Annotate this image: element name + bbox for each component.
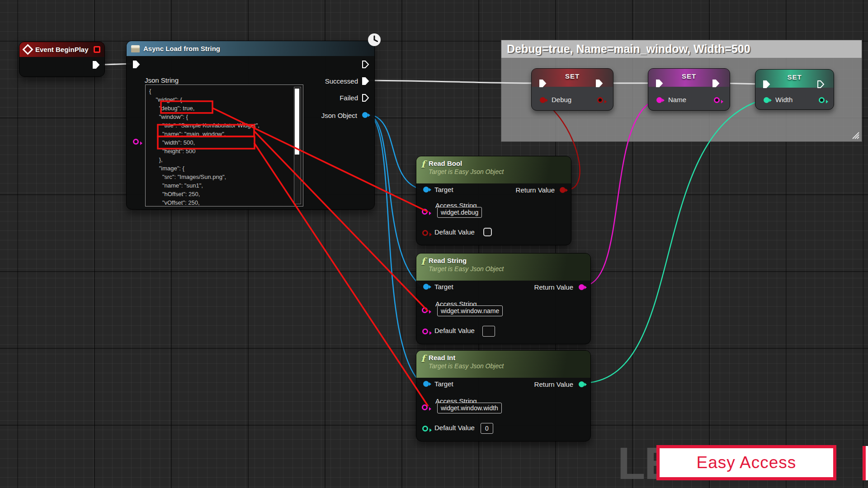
wire-int-setwidth — [580, 100, 762, 383]
read-bool-title: Read Bool — [429, 160, 504, 168]
default-value-pin[interactable] — [422, 230, 428, 236]
target-label: Target — [434, 283, 453, 291]
json-scrollbar[interactable] — [294, 87, 301, 204]
exec-in-pin[interactable] — [539, 80, 547, 87]
return-value-pin[interactable] — [560, 187, 566, 193]
blueprint-graph-canvas[interactable]: LE Debug=true, Name=main_window, Width=5… — [0, 0, 868, 488]
target-label: Target — [434, 186, 453, 193]
json-object-pin[interactable] — [362, 112, 368, 118]
exec-out-pin[interactable] — [595, 80, 603, 87]
return-value-label: Return Value — [516, 186, 555, 194]
access-string-input[interactable]: widget.window.width — [437, 403, 502, 413]
name-input-pin[interactable] — [656, 97, 662, 103]
event-beginplay-title: Event BeginPlay — [35, 46, 89, 53]
return-value-label: Return Value — [534, 283, 573, 291]
function-icon: f — [421, 354, 425, 363]
callout-fragment — [863, 446, 868, 480]
default-value-pin[interactable] — [422, 426, 428, 432]
read-bool-header[interactable]: f Read Bool Target is Easy Json Object — [416, 156, 571, 183]
wire-jsonobject-readint — [368, 114, 421, 383]
width-pin-label: Width — [775, 96, 793, 103]
pin-label-failed: Failed — [340, 94, 358, 102]
node-set-debug[interactable]: SET Debug — [531, 68, 613, 111]
json-scrollbar-thumb[interactable] — [295, 89, 299, 155]
read-int-title: Read Int — [429, 354, 504, 362]
read-int-header[interactable]: f Read Int Target is Easy Json Object — [416, 351, 590, 378]
json-string-pin[interactable] — [133, 139, 139, 145]
return-value-label: Return Value — [534, 380, 573, 388]
default-value-pin[interactable] — [422, 328, 428, 334]
event-delegate-icon — [94, 46, 100, 53]
read-string-subtitle: Target is Easy Json Object — [429, 265, 504, 273]
default-value-label: Default Value — [434, 327, 475, 334]
default-value-input[interactable] — [482, 326, 495, 337]
failed-exec-pin[interactable] — [362, 94, 369, 102]
function-icon: f — [421, 257, 425, 266]
read-string-header[interactable]: f Read String Target is Easy Json Object — [416, 253, 590, 281]
comment-resize-handle[interactable] — [850, 130, 860, 140]
default-value-checkbox[interactable] — [483, 228, 492, 236]
node-read-bool[interactable]: f Read Bool Target is Easy Json Object T… — [416, 156, 571, 245]
exec-out-pin[interactable] — [817, 80, 825, 88]
async-node-icon — [131, 45, 140, 52]
access-string-pin[interactable] — [422, 404, 428, 410]
wire-jsonobject-readstring — [368, 114, 421, 286]
node-read-int[interactable]: f Read Int Target is Easy Json Object Ta… — [416, 350, 591, 441]
json-string-text: { "widget": { "debug": true, "window": {… — [146, 85, 303, 209]
target-pin[interactable] — [423, 381, 429, 387]
read-string-title: Read String — [429, 257, 504, 265]
debug-output-pin[interactable] — [597, 97, 603, 103]
name-pin-label: Name — [668, 96, 686, 103]
read-int-subtitle: Target is Easy Json Object — [429, 362, 504, 371]
set-debug-title: SET — [532, 72, 613, 80]
width-output-pin[interactable] — [819, 97, 825, 103]
node-async-load-from-string[interactable]: Async Load from String Successed Failed … — [126, 41, 375, 210]
pin-label-json-object: Json Object — [321, 112, 357, 119]
target-pin[interactable] — [423, 187, 429, 192]
debug-input-pin[interactable] — [540, 97, 546, 103]
event-beginplay-header[interactable]: Event BeginPlay — [19, 42, 104, 57]
wire-jsonobject-readbool — [368, 114, 421, 189]
target-pin[interactable] — [423, 284, 429, 290]
exec-in-pin[interactable] — [132, 61, 140, 68]
access-string-pin[interactable] — [422, 307, 428, 313]
pin-label-successed: Successed — [325, 77, 358, 85]
exec-out-pin[interactable] — [712, 80, 720, 87]
successed-exec-pin[interactable] — [362, 77, 369, 85]
access-string-input[interactable]: widget.debug — [437, 207, 482, 218]
debug-pin-label: Debug — [552, 96, 571, 103]
default-value-input[interactable]: 0 — [481, 423, 493, 434]
json-string-label: Json String — [145, 76, 179, 84]
exec-in-pin[interactable] — [763, 80, 770, 88]
async-clock-icon — [367, 33, 382, 47]
exec-out-pin[interactable] — [92, 61, 100, 69]
name-output-pin[interactable] — [714, 97, 720, 103]
easy-access-callout: Easy Access — [656, 445, 836, 480]
width-input-pin[interactable] — [764, 97, 769, 103]
node-event-beginplay[interactable]: Event BeginPlay — [19, 42, 105, 77]
comment-title: Debug=true, Name=main_window, Width=500 — [507, 42, 750, 56]
exec-in-pin[interactable] — [656, 80, 663, 87]
easy-access-label: Easy Access — [697, 453, 797, 472]
function-icon: f — [421, 160, 425, 169]
exec-out-pin[interactable] — [362, 61, 369, 68]
async-node-header[interactable]: Async Load from String — [127, 41, 374, 56]
node-read-string[interactable]: f Read String Target is Easy Json Object… — [416, 253, 591, 344]
access-string-pin[interactable] — [422, 209, 428, 215]
default-value-label: Default Value — [434, 228, 475, 236]
comment-header[interactable]: Debug=true, Name=main_window, Width=500 — [501, 40, 862, 58]
node-set-width[interactable]: SET Width — [755, 69, 834, 110]
access-string-input[interactable]: widget.window.name — [437, 305, 503, 316]
default-value-label: Default Value — [434, 424, 475, 432]
target-label: Target — [434, 380, 453, 388]
json-string-input[interactable]: { "widget": { "debug": true, "window": {… — [145, 84, 303, 206]
read-bool-subtitle: Target is Easy Json Object — [429, 168, 504, 176]
return-value-pin[interactable] — [579, 381, 585, 387]
event-diamond-icon — [22, 44, 33, 55]
node-set-name[interactable]: SET Name — [648, 68, 730, 111]
async-node-title: Async Load from String — [143, 45, 220, 52]
return-value-pin[interactable] — [579, 284, 585, 290]
set-name-title: SET — [648, 72, 730, 80]
set-width-title: SET — [755, 73, 834, 81]
